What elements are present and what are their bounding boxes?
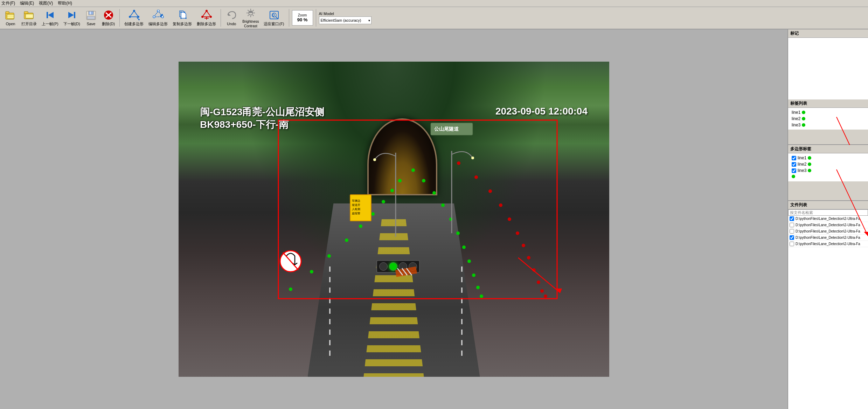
mark-section-title: 标记: [788, 29, 868, 38]
ai-model-select[interactable]: EfficientSam (accuracy) EfficientSam (sp…: [319, 16, 371, 24]
remove-polygon-icon: [201, 9, 212, 21]
menu-help[interactable]: 帮助(H): [58, 0, 72, 6]
zoom-display: Zoom 90 %: [292, 10, 313, 26]
ai-model-label: AI Model: [319, 12, 334, 16]
next-icon: [66, 9, 77, 21]
location-text: 闽-G1523甬莞-公山尾沼安侧: [200, 106, 324, 118]
sep3: [289, 9, 289, 27]
poly-labels-title: 多边形标签: [788, 145, 868, 153]
brightness-button[interactable]: Brightness Contrast: [241, 7, 261, 29]
open-button[interactable]: Open: [3, 9, 18, 27]
open-dir-button[interactable]: 打开目录: [20, 8, 39, 28]
svg-point-28: [153, 16, 155, 18]
copy-polygon-button[interactable]: 复制多边形: [171, 8, 194, 28]
copy-polygon-label: 复制多边形: [173, 21, 192, 27]
poly-checkbox-line1[interactable]: [792, 156, 796, 160]
menu-view[interactable]: 视图(V): [39, 0, 53, 6]
file-checkbox-5[interactable]: [790, 242, 794, 246]
file-checkbox-4[interactable]: [790, 235, 794, 240]
prev-frame-button[interactable]: 上一帧(P): [40, 8, 60, 28]
ai-model-select-wrapper[interactable]: EfficientSam (accuracy) EfficientSam (sp…: [319, 16, 371, 24]
file-search-input[interactable]: [788, 209, 868, 216]
timestamp: 2023-09-05 12:00:04: [495, 106, 588, 117]
delete-label: 删除(D): [102, 21, 115, 27]
file-item-4: D:\pythonFiles\Lane_Detection\2-Ultra-Fa: [788, 235, 868, 241]
svg-point-21: [137, 16, 139, 18]
label-dot-line1: [802, 111, 805, 114]
create-polygon-button[interactable]: 创建多边形: [123, 8, 145, 28]
file-checkbox-2[interactable]: [790, 223, 794, 227]
edit-polygon-button[interactable]: 编辑多边形: [147, 8, 169, 28]
canvas-area[interactable]: 闽-G1523甬莞-公山尾沼安侧 BK983+650-下行-南 2023-09-…: [0, 29, 787, 409]
next-frame-button[interactable]: 下一帧(D): [62, 8, 82, 28]
svg-point-24: [138, 19, 140, 20]
svg-point-35: [180, 18, 182, 19]
brightness-icon: [245, 8, 256, 19]
delete-icon: [103, 9, 114, 21]
svg-line-51: [248, 15, 249, 16]
poly-name-line2: line2: [798, 162, 806, 167]
file-checkbox-3[interactable]: [790, 229, 794, 234]
save-label: Save: [86, 22, 95, 26]
svg-line-48: [248, 10, 249, 11]
file-checkbox-1[interactable]: [790, 216, 794, 221]
main-layout: 闽-G1523甬莞-公山尾沼安侧 BK983+650-下行-南 2023-09-…: [0, 29, 868, 409]
svg-point-38: [210, 16, 212, 18]
poly-dot-line1: [808, 156, 811, 160]
label-name-line3: line3: [792, 123, 800, 127]
save-button[interactable]: Save: [83, 9, 99, 27]
road-image: 闽-G1523甬莞-公山尾沼安侧 BK983+650-下行-南 2023-09-…: [179, 62, 609, 377]
svg-marker-31: [181, 12, 186, 18]
remove-polygon-button[interactable]: 删除多边形: [195, 8, 218, 28]
file-path-1: D:\pythonFiles\Lane_Detection\2-Ultra-Fa: [796, 217, 860, 221]
open-dir-label: 打开目录: [21, 21, 37, 27]
open-icon: [5, 10, 16, 21]
poly-checkbox-line3[interactable]: [792, 168, 796, 173]
poly-label-line2: line2: [790, 161, 867, 167]
menu-edit[interactable]: 编辑(E): [20, 0, 34, 6]
edit-polygon-label: 编辑多边形: [148, 21, 168, 27]
file-list-section: 文件列表 D:\pythonFiles\Lane_Detection\2-Ult…: [788, 201, 868, 409]
prev-icon: [44, 9, 56, 21]
svg-rect-9: [47, 12, 48, 18]
label-name-line2: line2: [792, 116, 800, 121]
svg-line-50: [253, 10, 254, 11]
poly-labels-section: 多边形标签 line1 line2 line3: [788, 145, 868, 201]
file-list: D:\pythonFiles\Lane_Detection\2-Ultra-Fa…: [788, 216, 868, 409]
fit-window-label: 适应窗口(F): [264, 21, 284, 27]
remove-polygon-label: 删除多边形: [197, 21, 216, 27]
create-polygon-label: 创建多边形: [124, 21, 144, 27]
sep2: [221, 9, 221, 27]
poly-labels-list: line1 line2 line3: [788, 153, 868, 181]
fit-window-icon: Q: [269, 9, 280, 21]
svg-rect-14: [90, 12, 91, 14]
svg-point-37: [206, 10, 208, 12]
menu-file[interactable]: 文件(F): [1, 0, 15, 6]
copy-polygon-icon: [177, 9, 188, 21]
svg-rect-15: [87, 16, 95, 19]
sep4: [316, 9, 316, 27]
mark-section: 标记: [788, 29, 868, 99]
file-path-3: D:\pythonFiles\Lane_Detection\2-Ultra-Fa: [796, 229, 860, 233]
file-item-2: D:\pythonFiles\Lane_Detection\2-Ultra-Fa: [788, 222, 868, 228]
undo-icon: [226, 10, 237, 21]
file-path-4: D:\pythonFiles\Lane_Detection\2-Ultra-Fa: [796, 236, 860, 240]
file-item-1: D:\pythonFiles\Lane_Detection\2-Ultra-Fa: [788, 216, 868, 222]
poly-name-line1: line1: [798, 155, 806, 160]
location-sub: BK983+650-下行-南: [200, 118, 324, 131]
svg-point-33: [184, 12, 185, 13]
file-item-3: D:\pythonFiles\Lane_Detection\2-Ultra-Fa: [788, 228, 868, 235]
undo-button[interactable]: Undo: [224, 9, 239, 27]
image-container: 闽-G1523甬莞-公山尾沼安侧 BK983+650-下行-南 2023-09-…: [179, 62, 609, 377]
right-panel: 标记 标签列表 line1 line2 line3: [787, 29, 868, 409]
open-label: Open: [6, 22, 15, 26]
poly-dot-line3: [808, 169, 811, 172]
toolbar: Open 打开目录 上一帧(P) 下一帧(D): [0, 7, 868, 29]
fit-window-button[interactable]: Q 适应窗口(F): [262, 8, 286, 28]
svg-text:Q: Q: [272, 13, 275, 17]
poly-checkbox-line2[interactable]: [792, 162, 796, 167]
label-item-line1: line1: [790, 109, 867, 116]
label-dot-line2: [802, 117, 805, 120]
delete-button[interactable]: 删除(D): [100, 8, 117, 28]
create-polygon-icon: [129, 9, 140, 21]
